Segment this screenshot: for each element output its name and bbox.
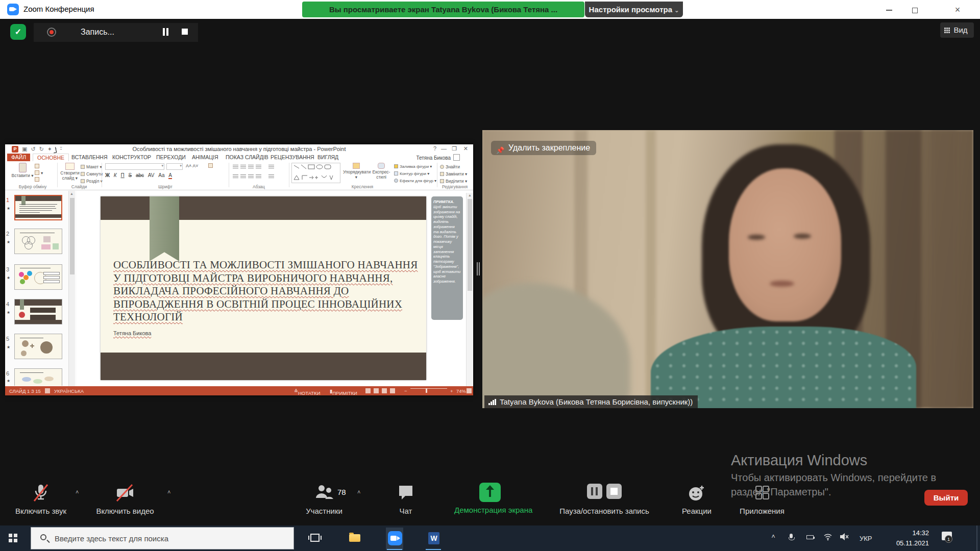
slide-thumbnail-2[interactable]	[14, 229, 62, 254]
reset-button[interactable]: Скинути	[81, 170, 103, 178]
ppt-minimize-icon[interactable]: —	[441, 145, 447, 152]
tab-transitions[interactable]: ПЕРЕХОДИ	[152, 154, 190, 161]
language-indicator[interactable]: УКР	[860, 535, 872, 542]
pause-recording-button[interactable]	[160, 27, 172, 37]
ppt-close-icon[interactable]: ✕	[463, 145, 468, 152]
slide-canvas[interactable]: ОСОБЛИВОСТІ ТА МОЖЛИВОСТІ ЗМІШАНОГО НАВЧ…	[101, 196, 426, 380]
tab-insert[interactable]: ВСТАВЛЕННЯ	[67, 154, 112, 161]
tab-animations[interactable]: АНІМАЦІЯ	[188, 154, 223, 161]
paste-button[interactable]: Вставити ▾	[11, 163, 34, 179]
thumbnail-scrollbar[interactable]: ▲	[68, 191, 75, 386]
tab-review[interactable]: РЕЦЕНЗУВАННЯ	[266, 154, 318, 161]
spellcheck-icon[interactable]	[45, 388, 50, 393]
tab-file[interactable]: ФАЙЛ	[7, 154, 30, 161]
shape-outline-button[interactable]: Контур фігури ▾	[394, 170, 436, 178]
line-spacing-icon[interactable]	[268, 164, 276, 169]
shadow-button[interactable]: abc	[136, 172, 144, 178]
columns-icon[interactable]	[268, 173, 276, 179]
leave-button[interactable]: Выйти	[924, 490, 968, 506]
arrange-button[interactable]: Упорядкувати ▾	[343, 163, 370, 180]
audio-options-chevron[interactable]: ˄	[76, 489, 79, 495]
quick-styles-button[interactable]: Експрес-стилі	[371, 163, 392, 180]
clear-formatting-icon[interactable]	[208, 163, 214, 168]
close-button[interactable]: ×	[947, 5, 968, 15]
share-screen-button[interactable]: Демонстрация экрана	[454, 483, 526, 502]
stop-recording-button[interactable]	[179, 27, 190, 37]
comments-toggle[interactable]: ▮ ПРИМІТКИ	[330, 388, 332, 394]
shape-fill-button[interactable]: Заливка фігури ▾	[394, 163, 436, 170]
panel-splitter-handle[interactable]	[477, 262, 480, 276]
slide-scrollbar[interactable]: ▲	[466, 193, 473, 387]
replace-button[interactable]: Замінити ▾	[440, 170, 467, 178]
bold-button[interactable]: Ж	[105, 172, 110, 178]
notes-toggle[interactable]: ≙ НОТАТКИ	[294, 388, 298, 394]
file-explorer-button[interactable]	[346, 530, 363, 547]
strikethrough-button[interactable]: S	[128, 172, 132, 178]
italic-button[interactable]: К	[114, 172, 117, 178]
ppt-help-icon[interactable]: ?	[433, 145, 436, 152]
task-view-button[interactable]	[306, 530, 324, 547]
zoom-percent[interactable]: 74%	[456, 388, 466, 394]
participants-chevron[interactable]: ˄	[357, 489, 360, 495]
tab-home[interactable]: ОСНОВНЕ	[33, 154, 69, 161]
tray-network-icon[interactable]	[823, 533, 833, 543]
tab-view[interactable]: ВИГЛЯД	[313, 154, 342, 161]
slide-thumbnail-5[interactable]	[14, 334, 62, 359]
reading-view-icon[interactable]	[382, 388, 387, 393]
unmute-button[interactable]: Включить звук	[8, 484, 74, 505]
layout-button[interactable]: Макет ▾	[81, 163, 103, 170]
shapes-gallery[interactable]	[291, 163, 340, 183]
tray-chevron-icon[interactable]: ˄	[768, 533, 778, 543]
grow-font-icon[interactable]: A˄ A˅	[186, 163, 199, 168]
participant-video[interactable]	[482, 130, 973, 408]
slide-author[interactable]: Тетяна Бикова	[113, 330, 151, 336]
bullets-icon[interactable]	[233, 164, 263, 169]
font-size-combobox[interactable]	[166, 163, 183, 170]
zoom-slider-knob[interactable]	[426, 388, 427, 393]
slide-thumbnail-1[interactable]	[14, 195, 62, 220]
font-name-combobox[interactable]	[105, 163, 164, 170]
slide-title[interactable]: ОСОБЛИВОСТІ ТА МОЖЛИВОСТІ ЗМІШАНОГО НАВЧ…	[113, 259, 420, 324]
shape-effects-button[interactable]: Ефекти для фігур ▾	[394, 178, 436, 185]
restore-button[interactable]	[904, 5, 925, 15]
tray-mic-icon[interactable]	[786, 533, 796, 543]
zoom-in-icon[interactable]: +	[450, 388, 453, 394]
slide-sorter-icon[interactable]	[374, 388, 379, 393]
tray-battery-icon[interactable]	[805, 533, 816, 543]
participants-button[interactable]: 78 Участники	[293, 484, 355, 504]
change-case-button[interactable]: Aa	[158, 172, 164, 178]
notification-center-button[interactable]: 1	[942, 532, 953, 542]
ppt-account-name[interactable]: Тетяна Бикова	[416, 154, 460, 161]
select-button[interactable]: Виділити ▾	[440, 178, 467, 185]
taskbar-search-input[interactable]: Введите здесь текст для поиска	[31, 527, 294, 549]
slide-thumbnail-4[interactable]	[14, 299, 62, 324]
video-options-chevron[interactable]: ˄	[167, 489, 170, 495]
start-button[interactable]	[9, 534, 17, 542]
security-shield-icon[interactable]: ✓	[10, 24, 26, 40]
reactions-button[interactable]: Реакции	[669, 484, 725, 504]
font-color-button[interactable]: A	[168, 172, 172, 179]
char-spacing-button[interactable]: AV	[148, 172, 155, 178]
section-button[interactable]: Розділ ▾	[81, 178, 103, 185]
zoom-out-icon[interactable]: −	[404, 388, 407, 394]
slide-thumbnail-3[interactable]	[14, 264, 62, 290]
format-painter-icon[interactable]	[35, 177, 41, 182]
new-slide-button[interactable]: Створити слайд ▾	[59, 163, 81, 181]
cut-icon[interactable]	[35, 164, 41, 169]
normal-view-icon[interactable]	[365, 388, 371, 393]
view-settings-dropdown[interactable]: Настройки просмотра ⌄	[585, 2, 683, 17]
show-desktop-button[interactable]	[976, 525, 977, 551]
tab-design[interactable]: КОНСТРУКТОР	[108, 154, 155, 161]
underline-button[interactable]: П	[121, 172, 125, 178]
tray-volume-muted-icon[interactable]	[839, 533, 849, 543]
minimize-button[interactable]	[879, 5, 899, 15]
align-icons[interactable]	[233, 173, 263, 179]
start-video-button[interactable]: Включить видео	[92, 484, 158, 505]
fit-slide-icon[interactable]	[467, 388, 472, 393]
slide-note[interactable]: ПРИМІТКА.Щоб змінити зображення на цьому…	[431, 196, 463, 320]
pause-icon[interactable]	[587, 484, 602, 499]
word-app-button[interactable]: W	[425, 528, 442, 550]
stop-icon[interactable]	[606, 484, 622, 499]
slide-thumbnail-6[interactable]	[14, 368, 62, 386]
taskbar-clock[interactable]: 14:32 05.11.2021	[886, 528, 929, 548]
